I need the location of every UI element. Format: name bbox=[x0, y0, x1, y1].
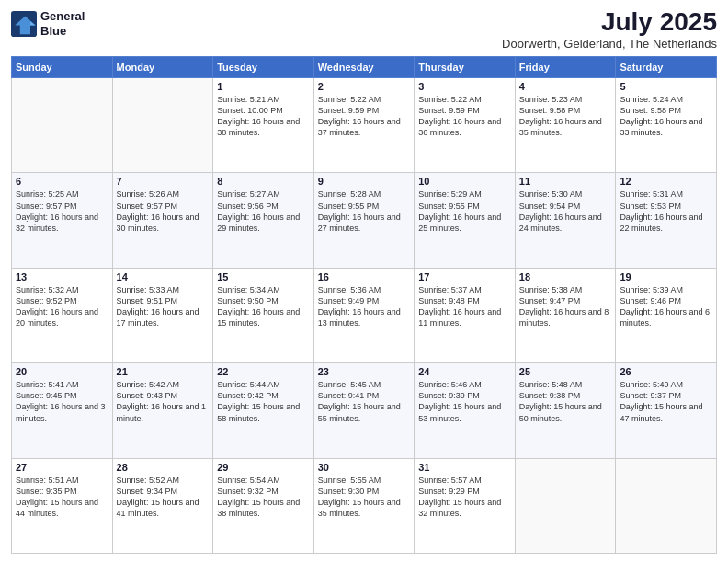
day-number: 11 bbox=[519, 176, 612, 187]
month-year: July 2025 bbox=[502, 9, 717, 35]
calendar-cell: 12Sunrise: 5:31 AMSunset: 9:53 PMDayligh… bbox=[616, 173, 717, 268]
cell-info: Sunrise: 5:38 AMSunset: 9:47 PMDaylight:… bbox=[519, 284, 612, 329]
logo: General Blue bbox=[11, 9, 85, 38]
day-number: 25 bbox=[519, 366, 612, 377]
calendar-cell: 31Sunrise: 5:57 AMSunset: 9:29 PMDayligh… bbox=[415, 458, 516, 553]
day-number: 22 bbox=[217, 366, 310, 377]
cell-info: Sunrise: 5:57 AMSunset: 9:29 PMDaylight:… bbox=[418, 475, 511, 520]
calendar: SundayMondayTuesdayWednesdayThursdayFrid… bbox=[11, 56, 717, 554]
calendar-cell: 23Sunrise: 5:45 AMSunset: 9:41 PMDayligh… bbox=[313, 363, 415, 458]
cell-info: Sunrise: 5:24 AMSunset: 9:58 PMDaylight:… bbox=[620, 94, 712, 139]
cell-info: Sunrise: 5:23 AMSunset: 9:58 PMDaylight:… bbox=[519, 94, 612, 139]
logo-line2: Blue bbox=[40, 24, 85, 39]
cell-info: Sunrise: 5:39 AMSunset: 9:46 PMDaylight:… bbox=[620, 284, 712, 329]
calendar-cell: 28Sunrise: 5:52 AMSunset: 9:34 PMDayligh… bbox=[112, 458, 213, 553]
day-number: 26 bbox=[620, 366, 712, 377]
cell-info: Sunrise: 5:36 AMSunset: 9:49 PMDaylight:… bbox=[318, 284, 411, 329]
day-number: 4 bbox=[519, 81, 612, 92]
day-number: 3 bbox=[418, 81, 511, 92]
calendar-week-row: 13Sunrise: 5:32 AMSunset: 9:52 PMDayligh… bbox=[12, 268, 717, 362]
cell-info: Sunrise: 5:22 AMSunset: 9:59 PMDaylight:… bbox=[318, 94, 411, 139]
day-number: 20 bbox=[16, 366, 108, 377]
calendar-cell: 7Sunrise: 5:26 AMSunset: 9:57 PMDaylight… bbox=[112, 173, 213, 268]
day-header-friday: Friday bbox=[515, 57, 616, 78]
calendar-body: 1Sunrise: 5:21 AMSunset: 10:00 PMDayligh… bbox=[12, 78, 717, 554]
day-header-thursday: Thursday bbox=[415, 57, 516, 78]
day-number: 30 bbox=[318, 462, 411, 473]
cell-info: Sunrise: 5:33 AMSunset: 9:51 PMDaylight:… bbox=[117, 284, 210, 329]
calendar-cell bbox=[515, 458, 616, 553]
calendar-cell: 9Sunrise: 5:28 AMSunset: 9:55 PMDaylight… bbox=[313, 173, 415, 268]
day-number: 17 bbox=[418, 271, 511, 282]
cell-info: Sunrise: 5:21 AMSunset: 10:00 PMDaylight… bbox=[217, 94, 310, 139]
location: Doorwerth, Gelderland, The Netherlands bbox=[502, 37, 717, 51]
calendar-week-row: 20Sunrise: 5:41 AMSunset: 9:45 PMDayligh… bbox=[12, 363, 717, 458]
calendar-cell: 4Sunrise: 5:23 AMSunset: 9:58 PMDaylight… bbox=[515, 78, 616, 173]
calendar-cell: 1Sunrise: 5:21 AMSunset: 10:00 PMDayligh… bbox=[213, 78, 314, 173]
calendar-cell: 20Sunrise: 5:41 AMSunset: 9:45 PMDayligh… bbox=[12, 363, 113, 458]
calendar-cell: 3Sunrise: 5:22 AMSunset: 9:59 PMDaylight… bbox=[415, 78, 516, 173]
logo-line1: General bbox=[40, 9, 85, 24]
cell-info: Sunrise: 5:48 AMSunset: 9:38 PMDaylight:… bbox=[519, 379, 612, 424]
cell-info: Sunrise: 5:31 AMSunset: 9:53 PMDaylight:… bbox=[620, 189, 712, 234]
cell-info: Sunrise: 5:54 AMSunset: 9:32 PMDaylight:… bbox=[217, 475, 310, 520]
calendar-cell: 13Sunrise: 5:32 AMSunset: 9:52 PMDayligh… bbox=[12, 268, 113, 362]
cell-info: Sunrise: 5:34 AMSunset: 9:50 PMDaylight:… bbox=[217, 284, 310, 329]
day-number: 14 bbox=[117, 271, 210, 282]
cell-info: Sunrise: 5:32 AMSunset: 9:52 PMDaylight:… bbox=[16, 284, 108, 329]
day-number: 21 bbox=[117, 366, 210, 377]
day-number: 1 bbox=[217, 81, 310, 92]
day-header-tuesday: Tuesday bbox=[213, 57, 314, 78]
calendar-cell: 30Sunrise: 5:55 AMSunset: 9:30 PMDayligh… bbox=[313, 458, 415, 553]
day-number: 31 bbox=[418, 462, 511, 473]
day-number: 13 bbox=[16, 271, 108, 282]
calendar-cell: 11Sunrise: 5:30 AMSunset: 9:54 PMDayligh… bbox=[515, 173, 616, 268]
calendar-cell: 8Sunrise: 5:27 AMSunset: 9:56 PMDaylight… bbox=[213, 173, 314, 268]
calendar-cell: 26Sunrise: 5:49 AMSunset: 9:37 PMDayligh… bbox=[616, 363, 717, 458]
cell-info: Sunrise: 5:52 AMSunset: 9:34 PMDaylight:… bbox=[117, 475, 210, 520]
day-header-monday: Monday bbox=[112, 57, 213, 78]
cell-info: Sunrise: 5:49 AMSunset: 9:37 PMDaylight:… bbox=[620, 379, 712, 424]
cell-info: Sunrise: 5:27 AMSunset: 9:56 PMDaylight:… bbox=[217, 189, 310, 234]
day-number: 15 bbox=[217, 271, 310, 282]
cell-info: Sunrise: 5:46 AMSunset: 9:39 PMDaylight:… bbox=[418, 379, 511, 424]
day-number: 12 bbox=[620, 176, 712, 187]
day-number: 23 bbox=[318, 366, 411, 377]
cell-info: Sunrise: 5:28 AMSunset: 9:55 PMDaylight:… bbox=[318, 189, 411, 234]
cell-info: Sunrise: 5:42 AMSunset: 9:43 PMDaylight:… bbox=[117, 379, 210, 424]
day-header-saturday: Saturday bbox=[616, 57, 717, 78]
calendar-cell bbox=[616, 458, 717, 553]
calendar-cell: 18Sunrise: 5:38 AMSunset: 9:47 PMDayligh… bbox=[515, 268, 616, 362]
calendar-cell: 6Sunrise: 5:25 AMSunset: 9:57 PMDaylight… bbox=[12, 173, 113, 268]
calendar-header-row: SundayMondayTuesdayWednesdayThursdayFrid… bbox=[12, 57, 717, 78]
logo-icon bbox=[11, 11, 37, 37]
day-number: 19 bbox=[620, 271, 712, 282]
cell-info: Sunrise: 5:37 AMSunset: 9:48 PMDaylight:… bbox=[418, 284, 511, 329]
calendar-cell: 29Sunrise: 5:54 AMSunset: 9:32 PMDayligh… bbox=[213, 458, 314, 553]
calendar-cell: 16Sunrise: 5:36 AMSunset: 9:49 PMDayligh… bbox=[313, 268, 415, 362]
day-number: 7 bbox=[117, 176, 210, 187]
page: General Blue July 2025 Doorwerth, Gelder… bbox=[0, 0, 728, 563]
calendar-cell bbox=[12, 78, 113, 173]
day-number: 18 bbox=[519, 271, 612, 282]
day-number: 5 bbox=[620, 81, 712, 92]
title-block: July 2025 Doorwerth, Gelderland, The Net… bbox=[502, 9, 717, 51]
cell-info: Sunrise: 5:55 AMSunset: 9:30 PMDaylight:… bbox=[318, 475, 411, 520]
day-number: 10 bbox=[418, 176, 511, 187]
calendar-week-row: 6Sunrise: 5:25 AMSunset: 9:57 PMDaylight… bbox=[12, 173, 717, 268]
calendar-cell: 27Sunrise: 5:51 AMSunset: 9:35 PMDayligh… bbox=[12, 458, 113, 553]
cell-info: Sunrise: 5:22 AMSunset: 9:59 PMDaylight:… bbox=[418, 94, 511, 139]
day-number: 2 bbox=[318, 81, 411, 92]
cell-info: Sunrise: 5:30 AMSunset: 9:54 PMDaylight:… bbox=[519, 189, 612, 234]
day-number: 28 bbox=[117, 462, 210, 473]
calendar-cell bbox=[112, 78, 213, 173]
calendar-cell: 2Sunrise: 5:22 AMSunset: 9:59 PMDaylight… bbox=[313, 78, 415, 173]
cell-info: Sunrise: 5:26 AMSunset: 9:57 PMDaylight:… bbox=[117, 189, 210, 234]
calendar-week-row: 27Sunrise: 5:51 AMSunset: 9:35 PMDayligh… bbox=[12, 458, 717, 553]
calendar-cell: 15Sunrise: 5:34 AMSunset: 9:50 PMDayligh… bbox=[213, 268, 314, 362]
day-number: 6 bbox=[16, 176, 108, 187]
day-header-sunday: Sunday bbox=[12, 57, 113, 78]
cell-info: Sunrise: 5:51 AMSunset: 9:35 PMDaylight:… bbox=[16, 475, 108, 520]
day-number: 24 bbox=[418, 366, 511, 377]
calendar-cell: 14Sunrise: 5:33 AMSunset: 9:51 PMDayligh… bbox=[112, 268, 213, 362]
